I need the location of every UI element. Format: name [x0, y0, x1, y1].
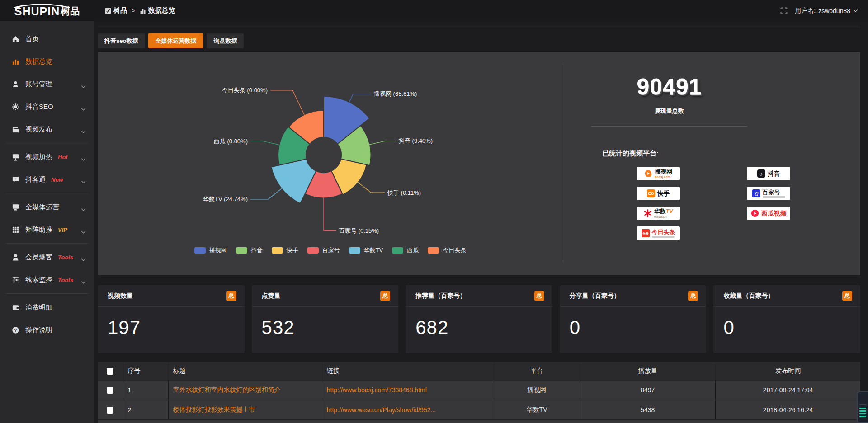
username: zswodun88 — [818, 7, 850, 14]
legend-swatch — [428, 247, 439, 254]
stat-card-title: 推荐量（百家号） — [415, 292, 466, 300]
xigua-icon — [751, 209, 759, 217]
row-checkbox[interactable] — [107, 387, 113, 394]
legend-item-2[interactable]: 快手 — [272, 246, 298, 254]
stat-card-title: 收藏量（百家号） — [723, 292, 774, 300]
total-impressions-block: 90491 展现量总数 — [591, 74, 747, 115]
tab-0[interactable]: 抖音seo数据 — [98, 33, 145, 48]
select-all-checkbox[interactable] — [107, 368, 113, 375]
table-row-partial — [98, 420, 860, 423]
slice-label-0: 播视网 (65.61%) — [374, 90, 417, 97]
row-checkbox[interactable] — [107, 407, 113, 414]
column-header-2: 链接 — [322, 362, 494, 380]
breadcrumb-root[interactable]: 树品 — [105, 6, 127, 15]
breadcrumb-separator: > — [132, 7, 135, 14]
legend-item-3[interactable]: 百家号 — [307, 246, 340, 254]
platform-logo-baijiahao: 百百家号 — [747, 187, 790, 200]
wasu-icon — [644, 209, 652, 217]
tab-2[interactable]: 询盘数据 — [207, 33, 244, 48]
cell-title[interactable]: 室外水纹灯和室内水纹灯的区别和简介 — [168, 380, 322, 400]
column-header-0: 序号 — [123, 362, 168, 380]
slice-label-6: 今日头条 (0.00%) — [222, 87, 268, 94]
breadcrumb-current[interactable]: 数据总览 — [140, 6, 175, 15]
legend-label: 西瓜 — [407, 246, 419, 254]
slice-label-1: 抖音 (9.40%) — [398, 137, 433, 144]
stat-card-1: 点赞量总532 — [252, 285, 399, 353]
chevron-down-icon — [81, 127, 86, 131]
platform-logo-kuaishou: 快手 — [637, 187, 680, 200]
sidebar-item-label: 数据总览 — [25, 57, 52, 66]
sidebar-badge: New — [51, 176, 63, 183]
sidebar-item-2[interactable]: 账号管理 — [0, 73, 94, 95]
platform-logo-toutiao: 头条今日头条 — [637, 226, 680, 240]
slice-label-4: 华数TV (24.74%) — [203, 196, 248, 202]
sidebar-item-label: 抖音SEO — [25, 103, 53, 111]
stat-card-value: 682 — [406, 307, 552, 338]
floating-side-widget[interactable] — [857, 391, 868, 423]
chevron-down-icon — [81, 105, 86, 108]
chart-legend: 播视网抖音快手百家号华数TV西瓜今日头条 — [98, 246, 563, 254]
sidebar-item-3[interactable]: 抖音SEO — [0, 95, 94, 118]
stat-card-4: 收藏量（百家号）总0 — [713, 285, 860, 353]
column-header-3: 平台 — [494, 362, 580, 380]
screen-heat-icon — [12, 153, 19, 161]
row-select-cell — [98, 400, 123, 420]
sidebar-item-8[interactable]: 矩阵助推VIP — [0, 218, 94, 241]
header-right: 用户名: zswodun88 — [780, 7, 868, 15]
main-content: 抖音seo数据全媒体运营数据询盘数据 播视网 (65.61%)抖音 (9.40%… — [94, 0, 868, 423]
legend-swatch — [349, 247, 360, 254]
app-grid-icon — [105, 8, 111, 14]
svg-text:头条: 头条 — [642, 232, 649, 235]
sidebar-badge: Tools — [58, 277, 73, 283]
slice-label-5: 西瓜 (0.00%) — [214, 138, 248, 145]
cell-link[interactable]: http://www.wasu.cn/Play/show/id/952... — [322, 400, 494, 420]
sidebar-item-6[interactable]: 抖客通New — [0, 168, 94, 191]
legend-item-5[interactable]: 西瓜 — [392, 246, 419, 254]
baijiahao-icon: 百 — [752, 189, 760, 197]
sidebar-badge: Tools — [58, 254, 73, 261]
chevron-down-icon — [81, 82, 86, 86]
pie-slice-4[interactable] — [271, 159, 316, 204]
tab-1[interactable]: 全媒体运营数据 — [148, 33, 203, 48]
legend-label: 快手 — [287, 246, 298, 254]
sidebar-item-label: 抖客通 — [25, 175, 46, 184]
legend-item-1[interactable]: 抖音 — [236, 246, 263, 254]
bar-chart-icon — [12, 58, 19, 66]
sidebar-item-9[interactable]: 会员爆客Tools — [0, 246, 94, 268]
cell-title[interactable]: 楼体投影灯投影效果震撼上市 — [168, 400, 322, 420]
sidebar-item-label: 矩阵助推 — [25, 226, 52, 234]
sidebar-item-11[interactable]: 消费明细 — [0, 296, 94, 319]
table-row-1: 2楼体投影灯投影效果震撼上市http://www.wasu.cn/Play/sh… — [98, 400, 860, 420]
sidebar-item-0[interactable]: 首页 — [0, 28, 94, 50]
legend-swatch — [272, 247, 283, 254]
app-logo[interactable]: SHUPIN 树品 — [0, 3, 94, 18]
sidebar-item-10[interactable]: 线索监控Tools — [0, 268, 94, 291]
total-impressions-value: 90491 — [591, 74, 747, 100]
home-icon — [12, 35, 19, 43]
total-badge: 总 — [226, 291, 236, 301]
legend-item-6[interactable]: 今日头条 — [428, 246, 466, 254]
cell-link[interactable]: http://www.boosj.com/7338468.html — [322, 380, 494, 400]
summary-divider — [591, 126, 747, 127]
table-header: 序号标题链接平台播放量发布时间 — [98, 362, 860, 380]
chevron-down-icon — [81, 228, 86, 231]
total-badge: 总 — [842, 291, 852, 301]
row-select-cell — [98, 380, 123, 400]
chat-icon — [12, 176, 19, 183]
user-menu[interactable]: 用户名: zswodun88 — [795, 7, 858, 15]
legend-item-0[interactable]: 播视网 — [194, 246, 227, 254]
sidebar-item-4[interactable]: 视频发布 — [0, 118, 94, 141]
legend-swatch — [307, 247, 319, 254]
sidebar-item-7[interactable]: 全媒体运营 — [0, 196, 94, 218]
videos-table: 序号标题链接平台播放量发布时间 1室外水纹灯和室内水纹灯的区别和简介http:/… — [98, 362, 860, 423]
sidebar-divider — [6, 293, 88, 294]
fullscreen-icon[interactable] — [780, 7, 788, 14]
sidebar-item-5[interactable]: 视频加热Hot — [0, 146, 94, 168]
logo-tagline-placeholder — [763, 196, 785, 198]
sidebar-item-12[interactable]: ?操作说明 — [0, 319, 94, 341]
legend-item-4[interactable]: 华数TV — [349, 246, 383, 254]
legend-label: 播视网 — [209, 246, 227, 254]
sidebar-item-1[interactable]: 数据总览 — [0, 50, 94, 73]
label-leader-3 — [324, 197, 336, 230]
floating-widget-top — [859, 395, 866, 405]
